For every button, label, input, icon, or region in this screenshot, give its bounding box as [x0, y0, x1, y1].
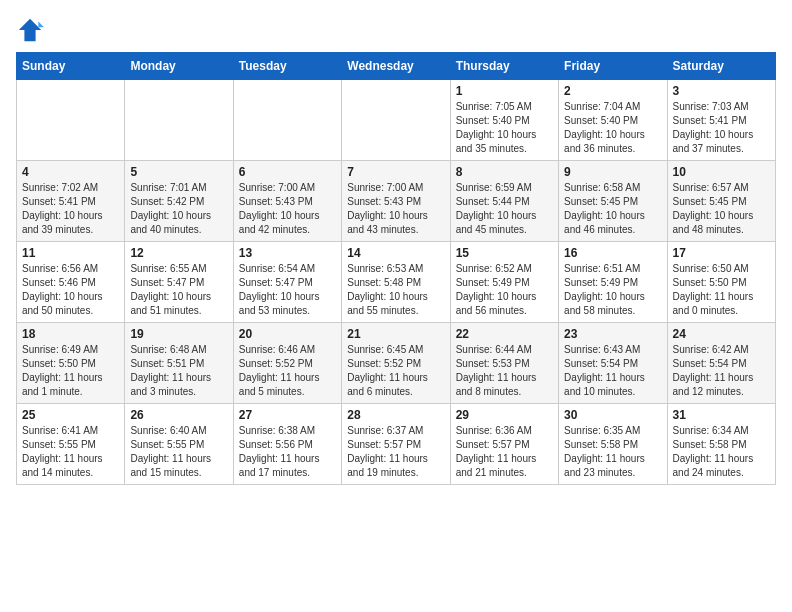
calendar-cell: 9Sunrise: 6:58 AM Sunset: 5:45 PM Daylig… [559, 161, 667, 242]
day-number: 12 [130, 246, 227, 260]
day-number: 15 [456, 246, 553, 260]
calendar-cell: 19Sunrise: 6:48 AM Sunset: 5:51 PM Dayli… [125, 323, 233, 404]
day-info: Sunrise: 6:53 AM Sunset: 5:48 PM Dayligh… [347, 262, 444, 318]
calendar-cell: 1Sunrise: 7:05 AM Sunset: 5:40 PM Daylig… [450, 80, 558, 161]
calendar-cell: 30Sunrise: 6:35 AM Sunset: 5:58 PM Dayli… [559, 404, 667, 485]
day-number: 10 [673, 165, 770, 179]
calendar-week-row: 1Sunrise: 7:05 AM Sunset: 5:40 PM Daylig… [17, 80, 776, 161]
day-info: Sunrise: 7:05 AM Sunset: 5:40 PM Dayligh… [456, 100, 553, 156]
calendar-cell: 24Sunrise: 6:42 AM Sunset: 5:54 PM Dayli… [667, 323, 775, 404]
dow-header: Wednesday [342, 53, 450, 80]
calendar-cell: 23Sunrise: 6:43 AM Sunset: 5:54 PM Dayli… [559, 323, 667, 404]
calendar-cell: 15Sunrise: 6:52 AM Sunset: 5:49 PM Dayli… [450, 242, 558, 323]
calendar-cell: 27Sunrise: 6:38 AM Sunset: 5:56 PM Dayli… [233, 404, 341, 485]
day-number: 9 [564, 165, 661, 179]
svg-marker-1 [38, 22, 44, 28]
dow-header: Thursday [450, 53, 558, 80]
day-number: 20 [239, 327, 336, 341]
calendar-cell: 17Sunrise: 6:50 AM Sunset: 5:50 PM Dayli… [667, 242, 775, 323]
day-info: Sunrise: 6:44 AM Sunset: 5:53 PM Dayligh… [456, 343, 553, 399]
calendar-table: SundayMondayTuesdayWednesdayThursdayFrid… [16, 52, 776, 485]
logo-icon [16, 16, 44, 44]
day-info: Sunrise: 6:58 AM Sunset: 5:45 PM Dayligh… [564, 181, 661, 237]
day-number: 1 [456, 84, 553, 98]
day-info: Sunrise: 7:04 AM Sunset: 5:40 PM Dayligh… [564, 100, 661, 156]
calendar-cell: 25Sunrise: 6:41 AM Sunset: 5:55 PM Dayli… [17, 404, 125, 485]
day-info: Sunrise: 6:51 AM Sunset: 5:49 PM Dayligh… [564, 262, 661, 318]
day-number: 23 [564, 327, 661, 341]
day-number: 6 [239, 165, 336, 179]
day-info: Sunrise: 6:57 AM Sunset: 5:45 PM Dayligh… [673, 181, 770, 237]
day-number: 13 [239, 246, 336, 260]
calendar-week-row: 4Sunrise: 7:02 AM Sunset: 5:41 PM Daylig… [17, 161, 776, 242]
day-number: 2 [564, 84, 661, 98]
calendar-cell: 5Sunrise: 7:01 AM Sunset: 5:42 PM Daylig… [125, 161, 233, 242]
day-info: Sunrise: 6:54 AM Sunset: 5:47 PM Dayligh… [239, 262, 336, 318]
day-info: Sunrise: 6:37 AM Sunset: 5:57 PM Dayligh… [347, 424, 444, 480]
day-number: 22 [456, 327, 553, 341]
calendar-cell: 31Sunrise: 6:34 AM Sunset: 5:58 PM Dayli… [667, 404, 775, 485]
page-header [16, 16, 776, 44]
calendar-cell: 3Sunrise: 7:03 AM Sunset: 5:41 PM Daylig… [667, 80, 775, 161]
day-info: Sunrise: 6:49 AM Sunset: 5:50 PM Dayligh… [22, 343, 119, 399]
calendar-cell [342, 80, 450, 161]
day-info: Sunrise: 7:00 AM Sunset: 5:43 PM Dayligh… [347, 181, 444, 237]
calendar-cell: 29Sunrise: 6:36 AM Sunset: 5:57 PM Dayli… [450, 404, 558, 485]
calendar-cell: 21Sunrise: 6:45 AM Sunset: 5:52 PM Dayli… [342, 323, 450, 404]
day-info: Sunrise: 6:40 AM Sunset: 5:55 PM Dayligh… [130, 424, 227, 480]
calendar-cell: 16Sunrise: 6:51 AM Sunset: 5:49 PM Dayli… [559, 242, 667, 323]
dow-header: Sunday [17, 53, 125, 80]
calendar-cell: 8Sunrise: 6:59 AM Sunset: 5:44 PM Daylig… [450, 161, 558, 242]
day-number: 24 [673, 327, 770, 341]
calendar-cell [233, 80, 341, 161]
day-number: 5 [130, 165, 227, 179]
day-number: 14 [347, 246, 444, 260]
calendar-cell: 6Sunrise: 7:00 AM Sunset: 5:43 PM Daylig… [233, 161, 341, 242]
calendar-week-row: 11Sunrise: 6:56 AM Sunset: 5:46 PM Dayli… [17, 242, 776, 323]
calendar-cell: 10Sunrise: 6:57 AM Sunset: 5:45 PM Dayli… [667, 161, 775, 242]
dow-header: Saturday [667, 53, 775, 80]
calendar-cell: 28Sunrise: 6:37 AM Sunset: 5:57 PM Dayli… [342, 404, 450, 485]
calendar-cell: 13Sunrise: 6:54 AM Sunset: 5:47 PM Dayli… [233, 242, 341, 323]
day-number: 8 [456, 165, 553, 179]
day-info: Sunrise: 6:38 AM Sunset: 5:56 PM Dayligh… [239, 424, 336, 480]
day-info: Sunrise: 7:00 AM Sunset: 5:43 PM Dayligh… [239, 181, 336, 237]
calendar-cell: 26Sunrise: 6:40 AM Sunset: 5:55 PM Dayli… [125, 404, 233, 485]
day-number: 31 [673, 408, 770, 422]
day-info: Sunrise: 7:03 AM Sunset: 5:41 PM Dayligh… [673, 100, 770, 156]
day-info: Sunrise: 6:52 AM Sunset: 5:49 PM Dayligh… [456, 262, 553, 318]
calendar-cell: 4Sunrise: 7:02 AM Sunset: 5:41 PM Daylig… [17, 161, 125, 242]
day-number: 3 [673, 84, 770, 98]
day-info: Sunrise: 6:36 AM Sunset: 5:57 PM Dayligh… [456, 424, 553, 480]
day-number: 11 [22, 246, 119, 260]
day-info: Sunrise: 6:56 AM Sunset: 5:46 PM Dayligh… [22, 262, 119, 318]
day-info: Sunrise: 6:34 AM Sunset: 5:58 PM Dayligh… [673, 424, 770, 480]
day-info: Sunrise: 6:41 AM Sunset: 5:55 PM Dayligh… [22, 424, 119, 480]
day-info: Sunrise: 6:48 AM Sunset: 5:51 PM Dayligh… [130, 343, 227, 399]
calendar-cell: 11Sunrise: 6:56 AM Sunset: 5:46 PM Dayli… [17, 242, 125, 323]
logo [16, 16, 48, 44]
calendar-cell [17, 80, 125, 161]
day-info: Sunrise: 6:43 AM Sunset: 5:54 PM Dayligh… [564, 343, 661, 399]
days-of-week-row: SundayMondayTuesdayWednesdayThursdayFrid… [17, 53, 776, 80]
calendar-week-row: 18Sunrise: 6:49 AM Sunset: 5:50 PM Dayli… [17, 323, 776, 404]
day-info: Sunrise: 6:59 AM Sunset: 5:44 PM Dayligh… [456, 181, 553, 237]
calendar-cell: 22Sunrise: 6:44 AM Sunset: 5:53 PM Dayli… [450, 323, 558, 404]
calendar-cell: 14Sunrise: 6:53 AM Sunset: 5:48 PM Dayli… [342, 242, 450, 323]
day-number: 30 [564, 408, 661, 422]
day-info: Sunrise: 7:01 AM Sunset: 5:42 PM Dayligh… [130, 181, 227, 237]
calendar-cell [125, 80, 233, 161]
calendar-week-row: 25Sunrise: 6:41 AM Sunset: 5:55 PM Dayli… [17, 404, 776, 485]
dow-header: Monday [125, 53, 233, 80]
day-number: 27 [239, 408, 336, 422]
day-number: 25 [22, 408, 119, 422]
day-number: 18 [22, 327, 119, 341]
svg-marker-0 [19, 19, 41, 41]
day-info: Sunrise: 6:55 AM Sunset: 5:47 PM Dayligh… [130, 262, 227, 318]
day-number: 28 [347, 408, 444, 422]
day-number: 29 [456, 408, 553, 422]
day-info: Sunrise: 6:50 AM Sunset: 5:50 PM Dayligh… [673, 262, 770, 318]
day-number: 17 [673, 246, 770, 260]
day-number: 4 [22, 165, 119, 179]
calendar-cell: 20Sunrise: 6:46 AM Sunset: 5:52 PM Dayli… [233, 323, 341, 404]
